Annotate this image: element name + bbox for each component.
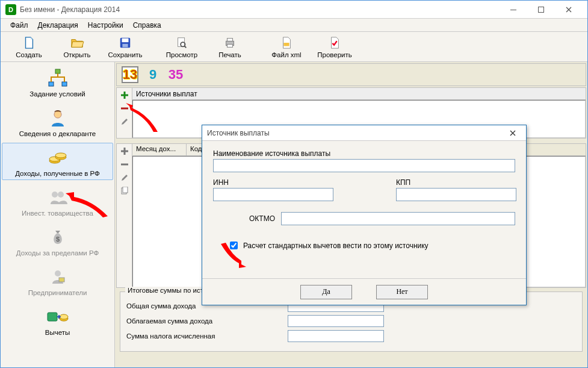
- months-toolbar: [117, 144, 132, 287]
- tool-xml[interactable]: Файл xml: [263, 36, 310, 58]
- taxable-income-input[interactable]: [288, 315, 384, 327]
- edit-source-button[interactable]: [120, 117, 129, 126]
- add-month-button[interactable]: [120, 146, 129, 156]
- window-title: Без имени - Декларация 2014: [20, 5, 500, 14]
- std-deduction-checkbox[interactable]: [230, 242, 238, 249]
- add-source-button[interactable]: [120, 90, 129, 100]
- std-deduction-label: Расчет стандартных вычетов вести по этом…: [243, 242, 429, 250]
- deductions-icon: [46, 306, 70, 328]
- rate-35-button[interactable]: 35: [167, 66, 184, 83]
- svg-point-20: [58, 192, 64, 198]
- close-button[interactable]: [555, 1, 583, 19]
- svg-rect-3: [122, 38, 129, 42]
- sidebar-invest[interactable]: Инвест. товарищества: [2, 182, 113, 220]
- kpp-input[interactable]: [396, 188, 516, 201]
- sidebar-conditions[interactable]: Задание условий: [2, 63, 113, 101]
- repeat-month-button[interactable]: [120, 186, 129, 196]
- svg-point-26: [60, 314, 68, 319]
- svg-rect-23: [59, 278, 64, 282]
- source-name-input[interactable]: [213, 159, 515, 172]
- sidebar-income-rf[interactable]: Доходы, полученные в РФ: [2, 143, 113, 180]
- svg-rect-9: [227, 44, 232, 47]
- sidebar-entrepreneurs[interactable]: Предприниматели: [2, 262, 113, 299]
- svg-rect-12: [49, 82, 54, 86]
- source-name-label: Наименование источника выплаты: [213, 149, 515, 158]
- edit-month-button[interactable]: [120, 173, 129, 182]
- sidebar-entrepreneurs-label: Предприниматели: [28, 289, 87, 296]
- svg-rect-13: [62, 82, 67, 86]
- tool-save[interactable]: Сохранить: [102, 36, 149, 58]
- sidebar-income-rf-label: Доходы, полученные в РФ: [15, 170, 100, 177]
- coins-icon: [46, 147, 70, 169]
- svg-point-22: [55, 270, 61, 276]
- dialog-no-button[interactable]: Нет: [376, 285, 428, 299]
- check-icon: [327, 36, 342, 50]
- sources-toolbar: [117, 88, 132, 138]
- sidebar-income-abroad[interactable]: $ Доходы за пределами РФ: [2, 222, 113, 260]
- menu-help[interactable]: Справка: [128, 20, 166, 31]
- svg-text:$: $: [55, 235, 59, 243]
- app-logo-icon: D: [5, 4, 16, 15]
- titlebar: D Без имени - Декларация 2014: [1, 1, 587, 19]
- minimize-button[interactable]: [500, 1, 527, 19]
- menu-declaration[interactable]: Декларация: [33, 20, 83, 31]
- menu-bar: Файл Декларация Настройки Справка: [1, 19, 587, 32]
- sidebar: Задание условий Сведения о декларанте До…: [1, 62, 115, 367]
- sidebar-invest-label: Инвест. товарищества: [22, 210, 93, 217]
- inn-label: ИНН: [213, 178, 333, 187]
- svg-point-19: [52, 192, 58, 198]
- tax-rate-bar: 13 9 35: [116, 63, 586, 86]
- menu-file[interactable]: Файл: [5, 20, 33, 31]
- moneybag-icon: $: [46, 226, 70, 248]
- svg-rect-24: [48, 313, 57, 321]
- dialog-yes-button[interactable]: Да: [300, 285, 352, 299]
- tool-create[interactable]: Создать: [5, 36, 52, 58]
- tool-check-label: Проверить: [317, 51, 352, 58]
- maximize-button[interactable]: [527, 1, 555, 19]
- taxable-income-label: Облагаемая сумма дохода: [126, 317, 283, 325]
- tax-calculated-input[interactable]: [288, 330, 384, 342]
- sidebar-conditions-label: Задание условий: [29, 90, 85, 98]
- oktmo-label: ОКТМО: [249, 214, 275, 223]
- svg-point-18: [55, 153, 66, 158]
- folder-open-icon: [70, 36, 84, 50]
- dialog-titlebar: Источник выплаты: [202, 125, 526, 141]
- sidebar-declarant-label: Сведения о декларанте: [19, 130, 96, 137]
- sidebar-income-abroad-label: Доходы за пределами РФ: [16, 249, 99, 257]
- dialog-title: Источник выплаты: [207, 129, 270, 137]
- save-icon: [118, 36, 132, 50]
- declarant-icon: [46, 107, 70, 129]
- rate-13-button[interactable]: 13: [122, 66, 138, 83]
- preview-icon: [175, 36, 189, 50]
- remove-month-button[interactable]: [120, 160, 129, 169]
- toolbar: Создать Откpыть Сохранить Просмотр Печа: [1, 32, 587, 62]
- svg-rect-8: [227, 38, 232, 41]
- oktmo-input[interactable]: [281, 212, 515, 225]
- tool-check[interactable]: Проверить: [311, 36, 358, 58]
- remove-source-button[interactable]: [120, 104, 129, 113]
- conditions-icon: [46, 67, 70, 89]
- svg-rect-10: [283, 43, 289, 46]
- sidebar-declarant[interactable]: Сведения о декларанте: [2, 103, 113, 140]
- sidebar-deductions-label: Вычеты: [45, 329, 70, 336]
- xml-file-icon: [279, 36, 294, 50]
- inn-input[interactable]: [213, 188, 333, 201]
- dialog-close-button[interactable]: [504, 125, 521, 141]
- menu-settings[interactable]: Настройки: [83, 20, 128, 31]
- svg-rect-1: [539, 7, 544, 12]
- rate-9-button[interactable]: 9: [144, 66, 161, 83]
- sidebar-deductions[interactable]: Вычеты: [2, 302, 113, 339]
- tool-open[interactable]: Откpыть: [54, 36, 101, 58]
- tool-open-label: Откpыть: [63, 51, 90, 58]
- new-file-icon: [22, 36, 36, 50]
- svg-rect-0: [510, 10, 516, 10]
- kpp-label: КПП: [396, 178, 516, 187]
- tool-preview[interactable]: Просмотр: [158, 36, 205, 58]
- tool-save-label: Сохранить: [108, 51, 142, 58]
- svg-rect-11: [55, 69, 60, 73]
- col-month[interactable]: Месяц дох...: [132, 144, 187, 155]
- tool-print[interactable]: Печать: [206, 36, 253, 58]
- tax-calculated-label: Сумма налога исчисленная: [126, 332, 283, 340]
- sources-header: Источники выплат: [132, 88, 586, 100]
- dialog-body: Наименование источника выплаты ИНН КПП О…: [202, 141, 526, 278]
